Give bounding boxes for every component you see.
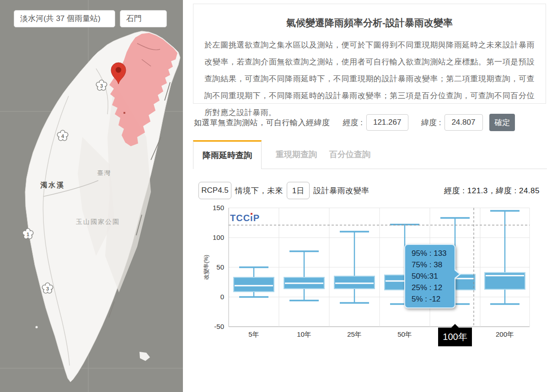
box-25年[interactable] bbox=[334, 276, 375, 289]
box-5年[interactable] bbox=[234, 277, 274, 291]
latitude-label: 緯度 : bbox=[421, 117, 441, 128]
x-tick-label: 5年 bbox=[248, 330, 259, 338]
x-tick-label: 50年 bbox=[397, 330, 412, 338]
longitude-label: 經度 : bbox=[343, 117, 363, 128]
shield-number: 3 bbox=[100, 83, 103, 89]
tooltip-line: 50%:31 bbox=[412, 270, 453, 282]
longitude-input[interactable] bbox=[366, 114, 408, 131]
tooltip-arrow-icon bbox=[454, 270, 459, 278]
x-tick-label: 200年 bbox=[496, 330, 514, 338]
boxplot-svg: 150100500-505年10年25年50年200年改變率(%) bbox=[196, 200, 548, 355]
y-tick-label: 150 bbox=[213, 204, 224, 212]
boxplot-chart: 150100500-505年10年25年50年200年改變率(%) TCCıP … bbox=[196, 200, 548, 355]
header-suffix-text: 設計暴雨改變率 bbox=[313, 185, 370, 196]
basin-select[interactable]: 淡水河(共 37 個雨量站) bbox=[14, 10, 115, 27]
tooltip-line: 5% : -12 bbox=[412, 293, 453, 305]
page-title: 氣候變遷降雨頻率分析-設計暴雨改變率 bbox=[193, 16, 546, 29]
shield-number: 3 bbox=[46, 286, 49, 291]
map-label-park: 玉山國家公園 bbox=[76, 218, 120, 225]
confirm-button[interactable]: 確定 bbox=[489, 114, 515, 131]
coordinate-input-row: 如選單無查詢測站，可自行輸入經緯度 經度 : 緯度 : 確定 bbox=[194, 114, 547, 131]
tab-percentile[interactable]: 百分位查詢 bbox=[326, 140, 374, 169]
station-dot bbox=[123, 112, 125, 114]
map-panel[interactable]: 3 4 1 3 bbox=[0, 0, 183, 392]
y-tick-label: -50 bbox=[214, 323, 224, 330]
chart-tooltip-lines: 95% : 13375% : 3850%:3125% : 125% : -12 bbox=[412, 248, 453, 305]
x-tick-label: 10年 bbox=[297, 330, 311, 338]
x-tick-label: 25年 bbox=[347, 330, 362, 338]
island bbox=[139, 352, 150, 361]
duration-select[interactable]: 1日 bbox=[287, 182, 310, 199]
page-description: 於左圖挑選欲查詢之集水區以及測站，便可於下圖得到不同重現期與降雨延時之未來設計暴… bbox=[204, 37, 535, 121]
station-select[interactable]: 石門 bbox=[120, 10, 167, 27]
chart-coordinates-text: 經度 : 121.3，緯度 : 24.85 bbox=[444, 185, 540, 196]
y-axis-title: 改變率(%) bbox=[203, 255, 209, 280]
tooltip-line: 25% : 12 bbox=[412, 282, 453, 293]
logo-dot bbox=[251, 213, 252, 215]
tab-bar: 降雨延時查詢 重現期查詢 百分位查詢 bbox=[193, 140, 547, 169]
taiwan-map: 3 4 1 3 bbox=[0, 0, 183, 392]
tab-return-period[interactable]: 重現期查詢 bbox=[274, 140, 318, 169]
chart-header: RCP4.5 情境下，未來 1日 設計暴雨改變率 經度 : 121.3，緯度 :… bbox=[198, 181, 540, 200]
shield-number: 4 bbox=[61, 133, 64, 139]
map-label-river: 濁水溪 bbox=[40, 181, 65, 189]
info-card: 氣候變遷降雨頻率分析-設計暴雨改變率 於左圖挑選欲查詢之集水區以及測站，便可於下… bbox=[193, 4, 546, 104]
tooltip-line: 95% : 133 bbox=[412, 248, 453, 259]
tooltip-line: 75% : 38 bbox=[412, 259, 453, 270]
scenario-select[interactable]: RCP4.5 bbox=[198, 182, 231, 199]
latitude-input[interactable] bbox=[445, 114, 483, 131]
y-tick-label: 50 bbox=[216, 263, 224, 271]
map-label-taiwan: 臺灣 bbox=[97, 170, 111, 176]
chart-tooltip: 95% : 13375% : 3850%:3125% : 125% : -12 bbox=[404, 244, 455, 308]
tab-rainfall-duration[interactable]: 降雨延時查詢 bbox=[193, 140, 262, 169]
y-tick-label: 100 bbox=[213, 233, 224, 241]
x-axis-highlight-label: 100年 bbox=[438, 328, 472, 346]
coordinate-hint: 如選單無查詢測站，可自行輸入經緯度 bbox=[194, 117, 330, 128]
shield-number: 1 bbox=[27, 232, 29, 237]
y-tick-label: 0 bbox=[220, 293, 224, 301]
tccip-logo: TCCıP bbox=[230, 213, 260, 223]
header-between-text: 情境下，未來 bbox=[235, 185, 283, 196]
page: 3 4 1 3 bbox=[0, 0, 557, 392]
islet bbox=[36, 326, 38, 328]
